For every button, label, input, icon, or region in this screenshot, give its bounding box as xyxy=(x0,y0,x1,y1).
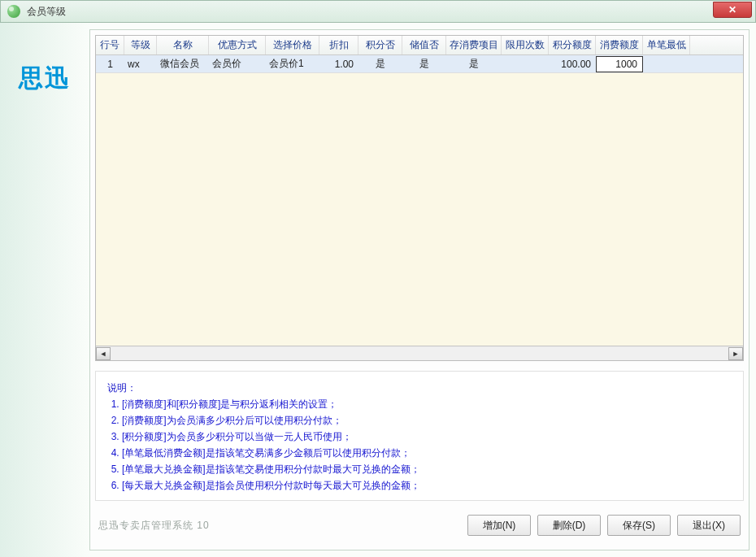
help-item: [消费额度]为会员满多少积分后可以使用积分付款； xyxy=(122,412,732,429)
system-label: 思迅专卖店管理系统 10 xyxy=(98,519,210,533)
scroll-left-icon[interactable]: ◄ xyxy=(96,347,111,360)
app-icon xyxy=(6,3,22,20)
exit-button[interactable]: 退出(X) xyxy=(677,515,741,536)
col-points-quota[interactable]: 积分额度 xyxy=(549,36,596,54)
cell-rownum[interactable]: 1 xyxy=(96,55,124,72)
help-panel: 说明： [消费额度]和[积分额度]是与积分返利相关的设置； [消费额度]为会员满… xyxy=(95,371,744,501)
window-title: 会员等级 xyxy=(27,5,66,19)
col-consume-item[interactable]: 存消费项目 xyxy=(446,36,502,54)
help-list: [消费额度]和[积分额度]是与积分返利相关的设置； [消费额度]为会员满多少积分… xyxy=(122,396,732,494)
add-button[interactable]: 增加(N) xyxy=(467,515,531,536)
cell-discount-rate[interactable]: 1.00 xyxy=(319,55,358,72)
window-body: 思迅 行号 等级 名称 优惠方式 选择价格 折扣 积分否 储值否 存消费项目 限… xyxy=(0,23,756,557)
cell-stored-yn[interactable]: 是 xyxy=(402,55,446,72)
cell-points-yn[interactable]: 是 xyxy=(358,55,402,72)
grid-body: 1 wx 微信会员 会员价 会员价1 1.00 是 是 是 100.00 100… xyxy=(96,55,743,346)
help-item: [消费额度]和[积分额度]是与积分返利相关的设置； xyxy=(122,396,732,412)
col-price-selection[interactable]: 选择价格 xyxy=(266,36,319,54)
grid-row[interactable]: 1 wx 微信会员 会员价 会员价1 1.00 是 是 是 100.00 100… xyxy=(96,55,743,73)
close-button[interactable]: ✕ xyxy=(713,2,752,18)
close-icon: ✕ xyxy=(728,4,736,15)
cell-name[interactable]: 微信会员 xyxy=(157,55,209,72)
cell-consume-quota[interactable]: 1000 xyxy=(596,56,643,72)
col-consume-quota[interactable]: 消费额度 xyxy=(596,36,643,54)
scroll-track[interactable] xyxy=(111,347,728,360)
col-limit-times[interactable]: 限用次数 xyxy=(502,36,549,54)
scroll-right-icon[interactable]: ► xyxy=(728,347,743,360)
help-item: [积分额度]为会员多少积分可以当做一元人民币使用； xyxy=(122,429,732,445)
help-label: 说明： xyxy=(107,380,732,396)
col-grade[interactable]: 等级 xyxy=(124,36,157,54)
horizontal-scrollbar[interactable]: ◄ ► xyxy=(96,346,743,360)
help-item: [每天最大兑换金额]是指会员使用积分付款时每天最大可兑换的金额； xyxy=(122,477,732,494)
cell-min-single[interactable] xyxy=(643,55,690,72)
cell-price-selection[interactable]: 会员价1 xyxy=(266,55,319,72)
cell-points-quota[interactable]: 100.00 xyxy=(549,55,596,72)
col-stored-yn[interactable]: 储值否 xyxy=(402,36,446,54)
grid-header: 行号 等级 名称 优惠方式 选择价格 折扣 积分否 储值否 存消费项目 限用次数… xyxy=(96,36,743,55)
cell-grade[interactable]: wx xyxy=(124,55,157,72)
brand-logo: 思迅 xyxy=(19,62,71,95)
help-item: [单笔最大兑换金额]是指该笔交易使用积分付款时最大可兑换的金额； xyxy=(122,461,732,477)
help-item: [单笔最低消费金额]是指该笔交易满多少金额后可以使用积分付款； xyxy=(122,445,732,461)
cell-consume-item[interactable]: 是 xyxy=(446,55,502,72)
col-min-single[interactable]: 单笔最低 xyxy=(643,36,690,54)
col-name[interactable]: 名称 xyxy=(157,36,209,54)
col-discount-type[interactable]: 优惠方式 xyxy=(209,36,266,54)
footer-bar: 思迅专卖店管理系统 10 增加(N) 删除(D) 保存(S) 退出(X) xyxy=(98,509,741,542)
workarea: 行号 等级 名称 优惠方式 选择价格 折扣 积分否 储值否 存消费项目 限用次数… xyxy=(89,29,749,550)
col-points-yn[interactable]: 积分否 xyxy=(358,36,402,54)
col-rownum[interactable]: 行号 xyxy=(96,36,124,54)
sidebar: 思迅 xyxy=(0,23,89,557)
member-grade-grid: 行号 等级 名称 优惠方式 选择价格 折扣 积分否 储值否 存消费项目 限用次数… xyxy=(95,35,744,361)
cell-discount-type[interactable]: 会员价 xyxy=(209,55,266,72)
titlebar: 会员等级 ✕ xyxy=(0,0,756,23)
save-button[interactable]: 保存(S) xyxy=(607,515,671,536)
delete-button[interactable]: 删除(D) xyxy=(537,515,601,536)
cell-limit-times[interactable] xyxy=(502,55,549,72)
col-discount-rate[interactable]: 折扣 xyxy=(319,36,358,54)
